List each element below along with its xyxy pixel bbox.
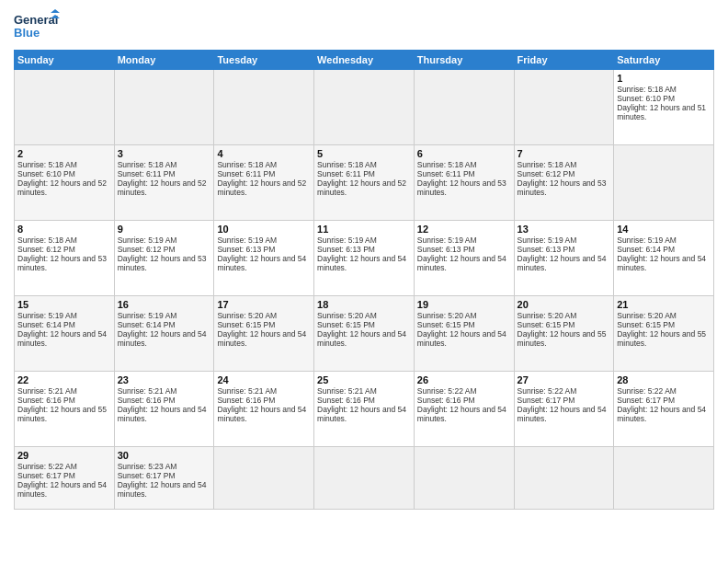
calendar-cell: [314, 70, 415, 145]
sunrise-text: Sunrise: 5:21 AM: [118, 386, 211, 396]
sunset-text: Sunset: 6:16 PM: [118, 396, 211, 405]
calendar-cell: [514, 70, 614, 145]
page: General Blue SundayMondayTuesdayWednesda…: [0, 0, 728, 563]
sunset-text: Sunset: 6:13 PM: [518, 245, 611, 254]
calendar-cell: 29Sunrise: 5:22 AMSunset: 6:17 PMDayligh…: [15, 447, 115, 510]
sunset-text: Sunset: 6:17 PM: [617, 396, 711, 405]
calendar-cell: 25Sunrise: 5:21 AMSunset: 6:16 PMDayligh…: [314, 372, 415, 447]
calendar-cell: 17Sunrise: 5:20 AMSunset: 6:15 PMDayligh…: [214, 296, 314, 372]
week-row: 15Sunrise: 5:19 AMSunset: 6:14 PMDayligh…: [15, 296, 714, 372]
sunrise-text: Sunrise: 5:20 AM: [417, 311, 511, 320]
col-header-sunday: Sunday: [15, 51, 115, 70]
calendar-cell: [214, 447, 314, 510]
daylight-text: Daylight: 12 hours and 53 minutes.: [17, 254, 111, 272]
day-number: 27: [518, 374, 611, 385]
day-number: 20: [518, 299, 611, 310]
daylight-text: Daylight: 12 hours and 52 minutes.: [317, 178, 411, 197]
sunset-text: Sunset: 6:13 PM: [417, 245, 511, 254]
sunset-text: Sunset: 6:14 PM: [118, 320, 211, 329]
week-row: 2Sunrise: 5:18 AMSunset: 6:10 PMDaylight…: [15, 145, 714, 221]
sunset-text: Sunset: 6:16 PM: [17, 396, 111, 405]
daylight-text: Daylight: 12 hours and 54 minutes.: [217, 329, 311, 348]
calendar-cell: [314, 447, 415, 510]
day-number: 28: [617, 374, 711, 385]
daylight-text: Daylight: 12 hours and 52 minutes.: [17, 178, 111, 197]
logo: General Blue: [14, 9, 60, 42]
sunrise-text: Sunrise: 5:22 AM: [617, 386, 711, 396]
daylight-text: Daylight: 12 hours and 54 minutes.: [518, 405, 611, 423]
col-header-wednesday: Wednesday: [314, 51, 415, 70]
day-number: 12: [417, 224, 511, 235]
day-number: 25: [317, 374, 411, 385]
calendar-cell: 27Sunrise: 5:22 AMSunset: 6:17 PMDayligh…: [514, 372, 614, 447]
calendar-cell: 14Sunrise: 5:19 AMSunset: 6:14 PMDayligh…: [614, 221, 714, 296]
daylight-text: Daylight: 12 hours and 52 minutes.: [217, 178, 311, 197]
calendar-cell: 28Sunrise: 5:22 AMSunset: 6:17 PMDayligh…: [614, 372, 714, 447]
calendar-cell: 21Sunrise: 5:20 AMSunset: 6:15 PMDayligh…: [614, 296, 714, 372]
sunset-text: Sunset: 6:14 PM: [617, 245, 711, 254]
day-number: 21: [617, 299, 711, 310]
day-number: 16: [118, 299, 211, 310]
daylight-text: Daylight: 12 hours and 55 minutes.: [17, 405, 111, 423]
daylight-text: Daylight: 12 hours and 54 minutes.: [317, 405, 411, 423]
calendar-cell: [614, 447, 714, 510]
calendar-cell: 3Sunrise: 5:18 AMSunset: 6:11 PMDaylight…: [114, 145, 214, 221]
calendar-cell: [214, 70, 314, 145]
day-number: 13: [518, 224, 611, 235]
sunset-text: Sunset: 6:10 PM: [17, 169, 111, 178]
calendar-cell: 19Sunrise: 5:20 AMSunset: 6:15 PMDayligh…: [414, 296, 514, 372]
calendar-cell: 26Sunrise: 5:22 AMSunset: 6:16 PMDayligh…: [414, 372, 514, 447]
day-number: 3: [118, 148, 211, 159]
daylight-text: Daylight: 12 hours and 54 minutes.: [317, 329, 411, 348]
daylight-text: Daylight: 12 hours and 54 minutes.: [118, 480, 211, 499]
calendar-cell: 20Sunrise: 5:20 AMSunset: 6:15 PMDayligh…: [514, 296, 614, 372]
day-number: 1: [617, 73, 711, 84]
calendar-cell: 13Sunrise: 5:19 AMSunset: 6:13 PMDayligh…: [514, 221, 614, 296]
sunrise-text: Sunrise: 5:19 AM: [317, 236, 411, 245]
calendar-cell: 6Sunrise: 5:18 AMSunset: 6:11 PMDaylight…: [414, 145, 514, 221]
sunrise-text: Sunrise: 5:19 AM: [17, 311, 111, 320]
col-header-thursday: Thursday: [414, 51, 514, 70]
week-row: 1Sunrise: 5:18 AMSunset: 6:10 PMDaylight…: [15, 70, 714, 145]
header: General Blue: [14, 9, 714, 42]
day-number: 4: [217, 148, 311, 159]
sunset-text: Sunset: 6:16 PM: [417, 396, 511, 405]
sunset-text: Sunset: 6:15 PM: [617, 320, 711, 329]
sunrise-text: Sunrise: 5:20 AM: [518, 311, 611, 320]
calendar-cell: 7Sunrise: 5:18 AMSunset: 6:12 PMDaylight…: [514, 145, 614, 221]
day-number: 19: [417, 299, 511, 310]
calendar-table: SundayMondayTuesdayWednesdayThursdayFrid…: [14, 50, 714, 510]
daylight-text: Daylight: 12 hours and 53 minutes.: [417, 178, 511, 197]
calendar-cell: 4Sunrise: 5:18 AMSunset: 6:11 PMDaylight…: [214, 145, 314, 221]
day-number: 14: [617, 224, 711, 235]
daylight-text: Daylight: 12 hours and 51 minutes.: [617, 103, 711, 121]
sunrise-text: Sunrise: 5:18 AM: [417, 160, 511, 169]
sunrise-text: Sunrise: 5:19 AM: [617, 236, 711, 245]
sunrise-text: Sunrise: 5:22 AM: [417, 386, 511, 396]
sunset-text: Sunset: 6:15 PM: [518, 320, 611, 329]
sunrise-text: Sunrise: 5:19 AM: [118, 311, 211, 320]
day-number: 15: [17, 299, 111, 310]
sunset-text: Sunset: 6:16 PM: [217, 396, 311, 405]
svg-text:General: General: [14, 13, 58, 27]
day-number: 6: [417, 148, 511, 159]
day-number: 22: [17, 374, 111, 385]
calendar-cell: 10Sunrise: 5:19 AMSunset: 6:13 PMDayligh…: [214, 221, 314, 296]
calendar-cell: [15, 70, 115, 145]
calendar-cell: 23Sunrise: 5:21 AMSunset: 6:16 PMDayligh…: [114, 372, 214, 447]
col-header-saturday: Saturday: [614, 51, 714, 70]
daylight-text: Daylight: 12 hours and 54 minutes.: [217, 405, 311, 423]
col-header-monday: Monday: [114, 51, 214, 70]
calendar-cell: 11Sunrise: 5:19 AMSunset: 6:13 PMDayligh…: [314, 221, 415, 296]
daylight-text: Daylight: 12 hours and 54 minutes.: [317, 254, 411, 272]
sunrise-text: Sunrise: 5:20 AM: [217, 311, 311, 320]
sunrise-text: Sunrise: 5:22 AM: [17, 462, 111, 471]
sunset-text: Sunset: 6:15 PM: [317, 320, 411, 329]
sunset-text: Sunset: 6:12 PM: [518, 169, 611, 178]
svg-text:Blue: Blue: [14, 26, 40, 40]
calendar-cell: 1Sunrise: 5:18 AMSunset: 6:10 PMDaylight…: [614, 70, 714, 145]
daylight-text: Daylight: 12 hours and 54 minutes.: [17, 329, 111, 348]
sunset-text: Sunset: 6:12 PM: [17, 245, 111, 254]
sunrise-text: Sunrise: 5:18 AM: [617, 85, 711, 94]
sunrise-text: Sunrise: 5:20 AM: [617, 311, 711, 320]
